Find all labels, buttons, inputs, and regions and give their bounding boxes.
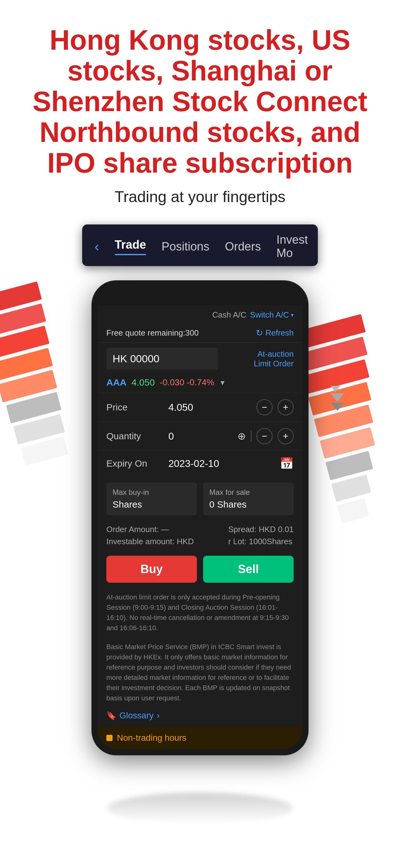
expiry-label: Expiry On (106, 458, 168, 469)
phone-section: ‹ Trade Positions Orders Invest Mo Cash … (0, 224, 400, 786)
quote-bar: Free quote remaining:300 ↻ Refresh (98, 325, 302, 343)
stock-ticker: AAA (106, 377, 127, 388)
non-trading-label: Non-trading hours (117, 733, 186, 743)
price-controls: − + (257, 399, 294, 415)
glossary-arrow-icon: › (157, 711, 159, 720)
refresh-button[interactable]: ↻ Refresh (256, 328, 294, 338)
non-trading-bar: Non-trading hours (98, 727, 302, 749)
stock-row: At-auction Limit Order (98, 343, 302, 375)
max-forsale-label: Max for sale (209, 488, 288, 497)
quantity-row: Quantity 0 ⊕ − + (98, 422, 302, 451)
phone-notch (169, 290, 231, 302)
stock-code-input[interactable] (106, 348, 218, 370)
notice-text-1: At-auction limit order is only accepted … (98, 588, 302, 637)
price-value: 4.050 (168, 402, 257, 413)
price-row: Price 4.050 − + (98, 393, 302, 422)
glossary-row[interactable]: 🔖 Glossary › (98, 706, 302, 727)
nav-item-positions[interactable]: Positions (162, 240, 209, 253)
max-buyin-value: Shares (112, 499, 191, 510)
order-details-left: Order Amount: — Investable amount: HKD (106, 525, 194, 547)
calendar-icon[interactable]: 📅 (280, 457, 294, 470)
order-type-display: At-auction Limit Order (254, 349, 294, 369)
investable-amount-row: Investable amount: HKD (106, 537, 194, 547)
switch-account-button[interactable]: Switch A/C ▾ (250, 310, 294, 320)
nav-bar: ‹ Trade Positions Orders Invest Mo (82, 224, 318, 266)
stock-change: -0.030 -0.74% (160, 377, 214, 388)
order-amount-value: — (161, 525, 169, 534)
order-type-line1: At-auction (254, 349, 294, 359)
chevron-icon-1 (331, 386, 340, 392)
stock-info-row: AAA 4.050 -0.030 -0.74% ▾ (98, 375, 302, 393)
hero-subtitle: Trading at your fingertips (19, 188, 381, 206)
max-buyin-box: Max buy-in Shares (106, 483, 197, 515)
stock-dropdown-icon[interactable]: ▾ (221, 378, 225, 388)
phone-notch-area (98, 286, 302, 305)
non-trading-dot-icon (106, 735, 112, 741)
quantity-value: 0 (168, 431, 237, 442)
action-buttons: Buy Sell (98, 551, 302, 588)
spread-text: Spread: HKD 0.01 (228, 525, 294, 534)
expiry-row: Expiry On 2023-02-10 📅 (98, 451, 302, 476)
max-forsale-value: 0 Shares (209, 499, 288, 510)
expiry-value: 2023-02-10 (168, 458, 280, 469)
chevron-down-icon: ▾ (291, 312, 294, 318)
order-type-line2: Limit Order (254, 359, 294, 369)
chevrons-decoration (331, 386, 344, 412)
decorative-stripes-left (0, 280, 105, 541)
separator (251, 431, 252, 442)
quantity-controls: ⊕ − + (237, 428, 294, 444)
quantity-increment-button[interactable]: + (277, 428, 294, 444)
phone-frame: Cash A/C Switch A/C ▾ Free quote remaini… (92, 280, 308, 755)
buy-button[interactable]: Buy (106, 556, 197, 583)
price-label: Price (106, 402, 168, 412)
glossary-label: Glossary (120, 711, 154, 720)
bookmark-icon: 🔖 (106, 711, 116, 720)
quote-remaining-text: Free quote remaining:300 (106, 328, 199, 338)
nav-item-invest[interactable]: Invest Mo (276, 233, 308, 260)
chevron-icon-2 (331, 393, 344, 401)
nav-item-trade[interactable]: Trade (115, 238, 146, 255)
price-decrement-button[interactable]: − (257, 399, 272, 415)
max-buyin-label: Max buy-in (112, 488, 191, 497)
hero-section: Hong Kong stocks, US stocks, Shanghai or… (0, 0, 400, 218)
hero-title: Hong Kong stocks, US stocks, Shanghai or… (19, 25, 381, 179)
stock-price: 4.050 (131, 377, 155, 388)
max-forsale-box: Max for sale 0 Shares (203, 483, 294, 515)
quantity-decrement-button[interactable]: − (257, 428, 272, 444)
lot-text: r Lot: 1000Shares (228, 537, 294, 547)
phone-inner: Cash A/C Switch A/C ▾ Free quote remaini… (98, 286, 302, 749)
price-increment-button[interactable]: + (277, 399, 294, 415)
chevron-icon-3 (331, 403, 344, 411)
nav-back-button[interactable]: ‹ (95, 240, 99, 253)
order-amount-label: Order Amount: — (106, 525, 194, 534)
account-bar: Cash A/C Switch A/C ▾ (98, 305, 302, 325)
max-shares-row: Max buy-in Shares Max for sale 0 Shares (98, 477, 302, 520)
order-details-right: Spread: HKD 0.01 r Lot: 1000Shares (228, 525, 294, 547)
quantity-label: Quantity (106, 431, 168, 441)
clock-icon: ⊕ (237, 430, 246, 442)
refresh-icon: ↻ (256, 328, 263, 338)
account-label: Cash A/C (212, 310, 246, 320)
sell-button[interactable]: Sell (203, 556, 294, 583)
order-details: Order Amount: — Investable amount: HKD S… (98, 520, 302, 551)
phone-reflection (107, 793, 293, 824)
screen: Cash A/C Switch A/C ▾ Free quote remaini… (98, 305, 302, 749)
nav-item-orders[interactable]: Orders (225, 240, 261, 253)
investable-value: HKD (177, 537, 194, 546)
notice-text-2: Basic Market Price Service (BMP) in ICBC… (98, 637, 302, 706)
